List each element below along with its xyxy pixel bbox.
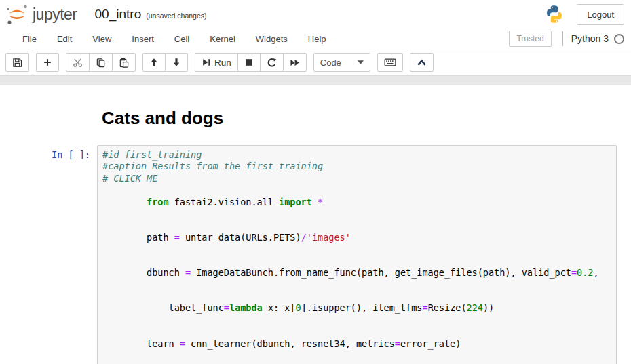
- save-icon: [12, 58, 22, 68]
- scroll-up-button[interactable]: [410, 53, 434, 72]
- kernel-name: Python 3: [571, 33, 609, 44]
- code-token: untar_data(URLs.PETS): [180, 232, 301, 243]
- insert-cell-button[interactable]: [36, 53, 59, 72]
- code-token: *: [318, 197, 323, 207]
- code-token: =: [185, 267, 191, 278]
- trusted-badge[interactable]: Trusted: [509, 31, 551, 47]
- menu-file[interactable]: File: [12, 30, 47, 48]
- notebook-container: Cats and dogs In [ ]: #id first_training…: [0, 85, 631, 354]
- code-token: 224: [467, 302, 483, 313]
- cell-type-value: Code: [320, 58, 341, 68]
- restart-run-all-button[interactable]: [283, 53, 307, 72]
- restart-run-all-icon: [290, 58, 300, 68]
- code-token: ,: [593, 267, 598, 278]
- move-down-icon: [172, 58, 181, 67]
- code-token: label_func: [147, 302, 224, 313]
- toolbar: Run Code: [0, 49, 631, 75]
- jupyter-wordmark: jupyter: [33, 5, 77, 24]
- caret-down-icon: [358, 60, 364, 64]
- cut-button[interactable]: [66, 53, 90, 72]
- run-button-label: Run: [214, 58, 231, 68]
- paste-icon: [119, 58, 129, 68]
- interrupt-icon: [244, 58, 254, 67]
- menu-view[interactable]: View: [82, 30, 121, 48]
- restart-icon: [267, 58, 277, 68]
- run-button[interactable]: Run: [195, 53, 238, 72]
- menu-help[interactable]: Help: [298, 30, 337, 48]
- interrupt-kernel-button[interactable]: [237, 53, 261, 72]
- python-logo-icon: [544, 4, 565, 24]
- paste-button[interactable]: [112, 53, 136, 72]
- code-token: =: [224, 302, 229, 313]
- restart-kernel-button[interactable]: [260, 53, 284, 72]
- menu-widgets[interactable]: Widgets: [246, 30, 298, 48]
- code-token: =: [174, 232, 180, 243]
- move-up-icon: [149, 58, 159, 67]
- page-background-band: [0, 75, 631, 85]
- insert-cell-icon: [43, 58, 52, 67]
- code-token: import: [279, 197, 312, 207]
- code-token: fastai2.vision.all: [169, 197, 280, 207]
- code-token: =: [571, 267, 577, 278]
- run-icon: [202, 58, 211, 67]
- jupyter-logo-icon: [5, 4, 28, 24]
- menu-insert[interactable]: Insert: [121, 30, 164, 48]
- notebook-title[interactable]: 00_intro: [95, 7, 142, 22]
- code-token: ImageDataBunch.from_name_func(path, get_…: [191, 267, 571, 278]
- menu-kernel[interactable]: Kernel: [199, 30, 246, 48]
- save-button[interactable]: [5, 53, 29, 72]
- cut-icon: [73, 58, 83, 68]
- code-token: 0: [296, 302, 301, 313]
- notebook-header: jupyter 00_intro (unsaved changes) Logou…: [0, 0, 631, 28]
- jupyter-logo[interactable]: jupyter: [5, 4, 77, 24]
- code-token: [312, 197, 318, 207]
- code-token: path: [147, 232, 174, 243]
- kernel-divider: [562, 31, 563, 46]
- logout-button[interactable]: Logout: [577, 4, 624, 25]
- code-token: 'images': [307, 232, 351, 243]
- markdown-heading: Cats and dogs: [0, 85, 631, 129]
- code-token: 0.2: [577, 267, 593, 278]
- command-palette-icon: [384, 58, 396, 67]
- code-cell[interactable]: In [ ]: #id first_training #caption Resu…: [0, 145, 631, 364]
- code-token: cnn_learner(dbunch, resnet34, metrics: [185, 338, 395, 349]
- code-token: =: [422, 302, 427, 313]
- code-token: ].isupper(), item_tfms: [301, 302, 423, 313]
- code-input-area[interactable]: #id first_training #caption Results from…: [97, 145, 617, 364]
- scroll-up-icon: [417, 58, 427, 67]
- cell-prompt: In [ ]:: [0, 145, 97, 364]
- code-token: from: [147, 197, 169, 207]
- menu-edit[interactable]: Edit: [47, 30, 82, 48]
- menu-cell[interactable]: Cell: [164, 30, 199, 48]
- code-token: dbunch: [147, 267, 185, 278]
- code-token: lambda: [229, 302, 263, 313]
- code-token: # CLICK ME: [102, 173, 157, 184]
- menubar: File Edit View Insert Cell Kernel Widget…: [0, 28, 631, 49]
- code-token: error_rate): [400, 338, 461, 349]
- cell-type-dropdown[interactable]: Code: [313, 53, 370, 72]
- code-token: =: [395, 338, 400, 349]
- code-token: x: x[: [263, 302, 296, 313]
- copy-icon: [96, 58, 106, 68]
- checkpoint-status: (unsaved changes): [146, 12, 206, 20]
- kernel-idle-icon: [614, 34, 624, 44]
- code-token: Resize(: [428, 302, 467, 313]
- code-token: #caption Results from the first training: [102, 161, 323, 171]
- code-token: learn: [147, 338, 180, 349]
- command-palette-button[interactable]: [377, 53, 403, 72]
- copy-button[interactable]: [89, 53, 113, 72]
- code-token: /: [301, 232, 307, 243]
- code-token: #id first_training: [102, 149, 202, 160]
- code-token: =: [180, 338, 185, 349]
- move-cell-down-button[interactable]: [165, 53, 188, 72]
- move-cell-up-button[interactable]: [142, 53, 166, 72]
- code-token: )): [483, 302, 494, 313]
